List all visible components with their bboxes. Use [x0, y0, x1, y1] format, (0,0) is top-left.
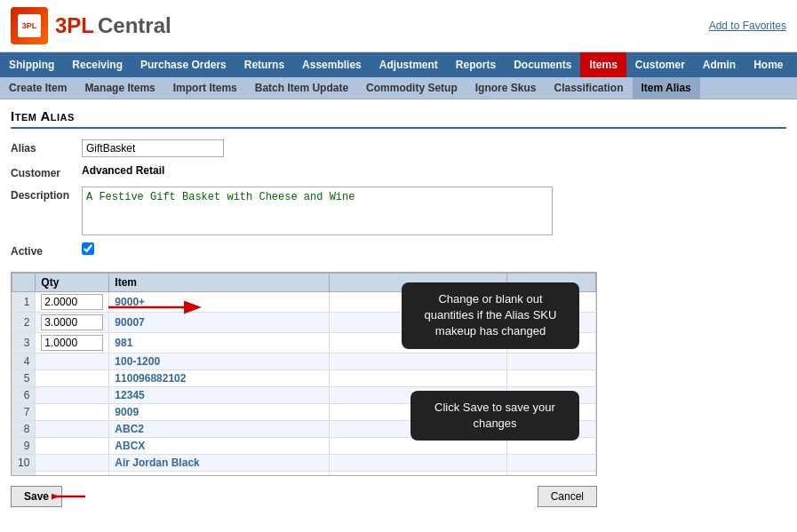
extra-cell-2 — [507, 370, 596, 387]
subnav-item-alias[interactable]: Item Alias — [633, 77, 700, 99]
item-cell: Air Jordan Black — [109, 455, 330, 472]
page-title: Item Alias — [11, 108, 786, 129]
active-label: Active — [11, 242, 82, 258]
row-num-cell: 1 — [12, 292, 36, 313]
table-row: 5110096882102 — [12, 370, 596, 387]
qty-cell — [36, 370, 109, 387]
nav-adjustment[interactable]: Adjustment — [371, 52, 447, 77]
qty-cell — [36, 353, 109, 370]
qty-cell — [36, 438, 109, 455]
extra-cell-2 — [507, 472, 596, 477]
arrow-1 — [100, 300, 206, 336]
active-checkbox[interactable] — [82, 242, 94, 255]
table-row: 4100-1200 — [12, 353, 596, 370]
cancel-button[interactable]: Cancel — [538, 486, 597, 507]
row-num-cell: 8 — [12, 421, 36, 438]
extra-cell-2 — [507, 353, 596, 370]
item-cell: 100-1200 — [109, 353, 330, 370]
customer-value: Advanced Retail — [82, 164, 164, 177]
item-cell: 12345 — [109, 387, 330, 404]
qty-cell — [36, 313, 109, 333]
page-content: Item Alias Alias Customer Advanced Retai… — [0, 99, 797, 516]
bottom-bar: Save Cancel — [11, 486, 597, 507]
alias-label: Alias — [11, 139, 82, 155]
subnav-classification[interactable]: Classification — [545, 77, 632, 99]
row-num-cell: 11 — [12, 472, 36, 477]
qty-cell — [36, 292, 109, 313]
row-num-cell: 2 — [12, 313, 36, 333]
row-num-cell: 3 — [12, 333, 36, 353]
qty-cell — [36, 421, 109, 438]
col-num — [12, 274, 36, 292]
extra-cell-1 — [330, 353, 507, 370]
subnav-create-item[interactable]: Create Item — [0, 77, 76, 99]
logo-central: Central — [98, 13, 171, 38]
table-row: 10Air Jordan Black — [12, 455, 596, 472]
logo-icon: 3PL — [11, 7, 48, 44]
description-label: Description — [11, 187, 82, 202]
item-cell: ABCX — [109, 438, 330, 455]
extra-cell-1 — [330, 455, 507, 472]
extra-cell-1 — [330, 472, 507, 477]
nav-purchase-orders[interactable]: Purchase Orders — [132, 52, 235, 77]
nav-items[interactable]: Items — [580, 52, 626, 77]
subnav-manage-items[interactable]: Manage Items — [76, 77, 163, 99]
nav-assemblies[interactable]: Assemblies — [293, 52, 371, 77]
description-row: Description A Festive Gift Basket with C… — [11, 187, 786, 235]
nav-customer[interactable]: Customer — [626, 52, 694, 77]
extra-cell-2 — [507, 455, 596, 472]
subnav-batch-item-update[interactable]: Batch Item Update — [246, 77, 357, 99]
item-cell: ABC2 — [109, 421, 330, 438]
header: 3PL 3PLCentral Add to Favorites — [0, 0, 797, 52]
qty-input[interactable] — [41, 294, 103, 310]
customer-label: Customer — [11, 164, 82, 179]
table-wrapper: Qty Item 19000+29000739814100-1200511009… — [11, 265, 597, 476]
qty-cell — [36, 387, 109, 404]
row-num-cell: 6 — [12, 387, 36, 404]
nav-documents[interactable]: Documents — [505, 52, 580, 77]
item-cell: asm1 — [109, 472, 330, 477]
row-num-cell: 5 — [12, 370, 36, 387]
row-num-cell: 9 — [12, 438, 36, 455]
qty-input[interactable] — [41, 314, 103, 330]
nav-reports[interactable]: Reports — [447, 52, 505, 77]
callout-save: Click Save to save your changes — [410, 391, 579, 441]
main-nav: Shipping Receiving Purchase Orders Retur… — [0, 52, 797, 77]
logo-text: 3PL — [55, 13, 94, 38]
table-row: 11asm1 — [12, 472, 596, 477]
nav-returns[interactable]: Returns — [235, 52, 293, 77]
qty-input[interactable] — [41, 335, 103, 351]
col-item: Item — [109, 274, 330, 292]
row-num-cell: 4 — [12, 353, 36, 370]
description-textarea[interactable]: A Festive Gift Basket with Cheese and Wi… — [82, 187, 553, 235]
col-qty: Qty — [36, 274, 109, 292]
active-row: Active — [11, 242, 786, 258]
extra-cell-1 — [330, 370, 507, 387]
row-num-cell: 7 — [12, 404, 36, 421]
subnav-commodity-setup[interactable]: Commodity Setup — [357, 77, 466, 99]
add-favorites-link[interactable]: Add to Favorites — [709, 20, 786, 32]
item-cell: 110096882102 — [109, 370, 330, 387]
subnav-import-items[interactable]: Import Items — [164, 77, 246, 99]
qty-cell — [36, 333, 109, 353]
row-num-cell: 10 — [12, 455, 36, 472]
nav-shipping[interactable]: Shipping — [0, 52, 63, 77]
nav-receiving[interactable]: Receiving — [63, 52, 132, 77]
subnav-ignore-skus[interactable]: Ignore Skus — [466, 77, 546, 99]
alias-row: Alias — [11, 139, 786, 157]
customer-row: Customer Advanced Retail — [11, 164, 786, 179]
nav-home[interactable]: Home — [745, 52, 792, 77]
callout-qty-change: Change or blank out quantities if the Al… — [402, 282, 579, 349]
qty-cell — [36, 472, 109, 477]
qty-cell — [36, 404, 109, 421]
qty-cell — [36, 455, 109, 472]
nav-admin[interactable]: Admin — [694, 52, 745, 77]
alias-input[interactable] — [82, 139, 224, 157]
sub-nav: Create Item Manage Items Import Items Ba… — [0, 77, 797, 99]
arrow-save — [52, 488, 87, 505]
save-area: Save — [11, 486, 62, 507]
item-cell: 9009 — [109, 404, 330, 421]
logo: 3PL 3PLCentral — [11, 7, 171, 44]
